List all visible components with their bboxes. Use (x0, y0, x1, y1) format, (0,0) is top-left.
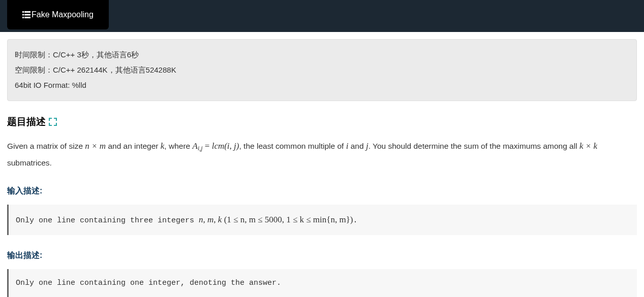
limits-box: 时间限制：C/C++ 3秒，其他语言6秒 空间限制：C/C++ 262144K，… (7, 39, 637, 101)
header-bar: Fake Maxpooling (0, 0, 644, 32)
svg-rect-5 (24, 17, 30, 18)
math-op: = (203, 141, 212, 151)
svg-rect-2 (22, 14, 24, 16)
input-period: . (353, 216, 358, 225)
expand-icon[interactable] (49, 118, 57, 126)
input-math-vars: n, m, k (199, 215, 224, 224)
math-var: A (193, 141, 198, 151)
problem-description-text: Given a matrix of size n × m and an inte… (7, 138, 637, 171)
math-nm: n × m (85, 141, 106, 151)
desc-text: Given a matrix of size (7, 142, 85, 150)
math-rhs: lcm(i, j) (212, 141, 239, 151)
desc-text: submatrices. (7, 158, 52, 167)
desc-text: . You should determine the sum of the ma… (369, 142, 579, 150)
math-sub: i,j (198, 145, 203, 152)
desc-text: , the least common multiple of (239, 142, 346, 150)
space-limit: 空间限制：C/C++ 262144K，其他语言524288K (15, 62, 629, 78)
tab-title: Fake Maxpooling (32, 10, 94, 19)
svg-rect-4 (22, 17, 24, 18)
svg-rect-1 (24, 11, 30, 13)
problem-tab[interactable]: Fake Maxpooling (7, 0, 109, 29)
input-math-constraint: (1 ≤ n, m ≤ 5000, 1 ≤ k ≤ min{n, m}) (224, 215, 353, 224)
list-icon (22, 11, 30, 18)
time-limit: 时间限制：C/C++ 3秒，其他语言6秒 (15, 47, 629, 62)
math-kk: k × k (579, 141, 597, 151)
content-area: 时间限制：C/C++ 3秒，其他语言6秒 空间限制：C/C++ 262144K，… (0, 32, 644, 297)
math-constraint: (1 ≤ n, m ≤ 5000, 1 ≤ k ≤ min{n, m}) (224, 215, 353, 224)
output-heading: 输出描述: (7, 250, 637, 261)
desc-text: and an integer (106, 142, 161, 150)
desc-text: , where (164, 142, 192, 150)
svg-rect-3 (24, 14, 30, 16)
svg-rect-0 (22, 11, 24, 13)
output-description: Only one line containing one integer, de… (7, 269, 637, 297)
math-aij: Ai,j = lcm(i, j) (193, 141, 239, 151)
problem-description-label: 题目描述 (7, 115, 46, 128)
desc-text: and (348, 142, 365, 150)
input-description: Only one line containing three integers … (7, 205, 637, 235)
input-text: Only one line containing three integers (16, 216, 199, 225)
output-text: Only one line containing one integer, de… (16, 279, 281, 287)
input-heading: 输入描述: (7, 186, 637, 196)
problem-description-heading: 题目描述 (7, 115, 637, 128)
io-format: 64bit IO Format: %lld (15, 78, 629, 93)
